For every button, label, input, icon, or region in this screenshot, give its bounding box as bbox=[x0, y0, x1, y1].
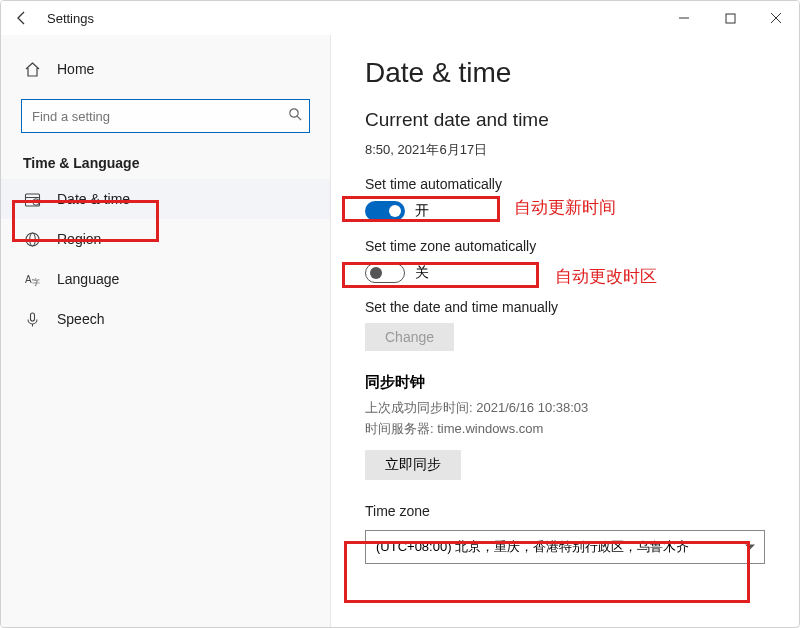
set-time-auto-state: 开 bbox=[415, 202, 429, 220]
nav-language-label: Language bbox=[57, 271, 308, 287]
search-container bbox=[21, 99, 310, 133]
nav-date-time[interactable]: Date & time bbox=[1, 179, 330, 219]
sync-last: 上次成功同步时间: 2021/6/16 10:38:03 bbox=[365, 398, 765, 419]
close-icon bbox=[770, 12, 782, 24]
current-datetime-heading: Current date and time bbox=[365, 109, 765, 131]
svg-rect-1 bbox=[726, 14, 735, 23]
svg-rect-16 bbox=[30, 313, 34, 321]
globe-icon bbox=[23, 230, 41, 248]
current-datetime-value: 8:50, 2021年6月17日 bbox=[365, 141, 765, 159]
search-input[interactable] bbox=[21, 99, 310, 133]
svg-text:字: 字 bbox=[32, 278, 40, 287]
set-tz-auto-label: Set time zone automatically bbox=[365, 238, 536, 254]
nav-home[interactable]: Home bbox=[1, 49, 330, 89]
back-button[interactable] bbox=[9, 5, 35, 31]
change-button[interactable]: Change bbox=[365, 323, 454, 351]
calendar-clock-icon bbox=[23, 190, 41, 208]
nav-language[interactable]: A字 Language bbox=[1, 259, 330, 299]
set-tz-auto-state: 关 bbox=[415, 264, 429, 282]
set-time-auto-block: Set time automatically 开 bbox=[365, 175, 765, 221]
svg-text:A: A bbox=[25, 274, 32, 285]
sidebar: Home Time & Language Date & time Regi bbox=[1, 35, 331, 627]
sync-server: 时间服务器: time.windows.com bbox=[365, 419, 765, 440]
nav-region[interactable]: Region bbox=[1, 219, 330, 259]
sync-now-button[interactable]: 立即同步 bbox=[365, 450, 461, 480]
nav-speech[interactable]: Speech bbox=[1, 299, 330, 339]
microphone-icon bbox=[23, 310, 41, 328]
set-tz-auto-toggle[interactable] bbox=[365, 263, 405, 283]
minimize-icon bbox=[678, 12, 690, 24]
svg-point-4 bbox=[290, 109, 298, 117]
content-area: Date & time Current date and time 8:50, … bbox=[331, 35, 799, 627]
manual-datetime-block: Set the date and time manually Change bbox=[365, 299, 765, 351]
set-time-auto-label: Set time automatically bbox=[365, 176, 502, 192]
maximize-button[interactable] bbox=[707, 1, 753, 35]
window-controls bbox=[661, 1, 799, 35]
page-title: Date & time bbox=[365, 57, 765, 89]
set-time-auto-toggle[interactable] bbox=[365, 201, 405, 221]
search-icon bbox=[288, 107, 302, 125]
nav-home-label: Home bbox=[57, 61, 308, 77]
language-icon: A字 bbox=[23, 270, 41, 288]
maximize-icon bbox=[725, 13, 736, 24]
set-tz-auto-block: Set time zone automatically 关 bbox=[365, 237, 765, 283]
titlebar: Settings bbox=[1, 1, 799, 35]
timezone-label: Time zone bbox=[365, 503, 430, 519]
nav-date-time-label: Date & time bbox=[57, 191, 308, 207]
nav-speech-label: Speech bbox=[57, 311, 308, 327]
nav-region-label: Region bbox=[57, 231, 308, 247]
close-button[interactable] bbox=[753, 1, 799, 35]
svg-line-5 bbox=[297, 116, 301, 120]
sidebar-section-title: Time & Language bbox=[1, 141, 330, 179]
home-icon bbox=[23, 60, 41, 78]
svg-line-10 bbox=[36, 202, 37, 203]
timezone-block: Time zone (UTC+08:00) 北京，重庆，香港特别行政区，乌鲁木齐 bbox=[365, 502, 765, 564]
window-title: Settings bbox=[47, 11, 661, 26]
manual-datetime-label: Set the date and time manually bbox=[365, 299, 765, 315]
minimize-button[interactable] bbox=[661, 1, 707, 35]
sync-clock-heading: 同步时钟 bbox=[365, 373, 765, 392]
timezone-select[interactable]: (UTC+08:00) 北京，重庆，香港特别行政区，乌鲁木齐 bbox=[365, 530, 765, 564]
arrow-left-icon bbox=[14, 10, 30, 26]
